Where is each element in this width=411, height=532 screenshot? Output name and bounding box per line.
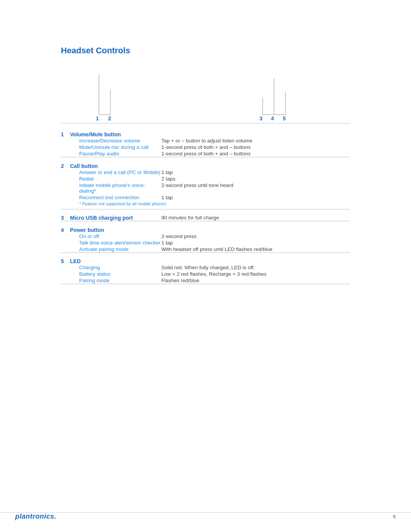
s2-label-1: Answer or end a call (PC or Mobile) — [70, 169, 161, 176]
section-2-item-1: Answer or end a call (PC or Mobile) 1 ta… — [61, 169, 350, 176]
diagram-svg: 1 2 3 4 5 — [61, 71, 350, 124]
section-1-item-3: Pause/Play audio 1-second press of both … — [61, 150, 350, 157]
s2-label-3: Initiate mobile phone's voice-dialing* — [70, 182, 161, 194]
svg-text:3: 3 — [260, 115, 263, 121]
section-2-item-4: Reconnect lost connection 1 tap — [61, 194, 350, 201]
s2-desc-2: 2 taps — [161, 176, 350, 182]
section-1-title: Volume/Mute button — [70, 126, 161, 137]
section-1-header: 1 Volume/Mute button — [61, 126, 350, 137]
s5-desc-3: Flashes red/blue — [161, 277, 350, 284]
diagram-container: 1 2 3 4 5 — [61, 71, 350, 124]
svg-text:2: 2 — [108, 115, 111, 121]
footer-logo: plantronics. — [15, 513, 56, 521]
s2-desc-3: 2-second press until tone heard — [161, 182, 350, 194]
section-3-title: Micro USB charging port — [70, 209, 161, 221]
section-5-item-1: Charging Solid red. When fully charged, … — [61, 264, 350, 271]
s4-desc-1: 2-second press — [161, 233, 350, 240]
s2-footnote: * Feature not supported by all mobile ph… — [70, 201, 350, 209]
controls-table: 1 Volume/Mute button Increase/Decrease v… — [61, 126, 350, 284]
section-4-header: 4 Power button — [61, 222, 350, 233]
section-2-head-desc — [161, 158, 350, 169]
section-4-item-2: Talk time voice alert/sensor checker 1 t… — [61, 240, 350, 246]
s5-desc-1: Solid red. When fully charged, LED is of… — [161, 264, 350, 271]
s1-desc-3: 1-second press of both + and – buttons — [161, 150, 350, 157]
section-3-head-desc: 90 minutes for full charge — [161, 209, 350, 221]
s2-label-4: Reconnect lost connection — [70, 194, 161, 201]
section-4-title: Power button — [70, 222, 161, 233]
content-area: Headset Controls 1 2 — [0, 0, 411, 315]
section-2-item-2: Redial 2 taps — [61, 176, 350, 182]
s1-desc-2: 1-second press of both + and – buttons — [161, 144, 350, 150]
s5-desc-2: Low = 2 red flashes, Recharge = 3 red fl… — [161, 271, 350, 277]
section-2-item-3: Initiate mobile phone's voice-dialing* 2… — [61, 182, 350, 194]
svg-text:1: 1 — [96, 115, 99, 121]
s1-desc-1: Tap + or – button to adjust listen volum… — [161, 137, 350, 144]
s4-label-3: Activate pairing mode — [70, 246, 161, 253]
s1-label-3: Pause/Play audio — [70, 150, 161, 157]
footer-page-number: 6 — [393, 514, 396, 519]
section-4-item-1: On or off 2-second press — [61, 233, 350, 240]
s4-desc-3: With headset off press until LED flashes… — [161, 246, 350, 253]
section-4-head-desc — [161, 222, 350, 233]
section-3-header: 3 Micro USB charging port 90 minutes for… — [61, 209, 350, 221]
s5-label-1: Charging — [70, 264, 161, 271]
s4-label-2: Talk time voice alert/sensor checker — [70, 240, 161, 246]
section-1-num: 1 — [61, 126, 70, 137]
section-2-num: 2 — [61, 158, 70, 169]
svg-text:4: 4 — [271, 115, 274, 121]
section-5-item-2: Battery status Low = 2 red flashes, Rech… — [61, 271, 350, 277]
s2-label-2: Redial — [70, 176, 161, 182]
section-1-item-1: Increase/Decrease volume Tap + or – butt… — [61, 137, 350, 144]
s2-desc-1: 1 tap — [161, 169, 350, 176]
section-1-item-2: Mute/Unmute mic during a call 1-second p… — [61, 144, 350, 150]
section-5-title: LED — [70, 253, 161, 264]
footer: plantronics. 6 — [0, 512, 411, 521]
svg-text:5: 5 — [283, 115, 286, 121]
section-2-footnote: * Feature not supported by all mobile ph… — [61, 201, 350, 209]
section-2-header: 2 Call button — [61, 158, 350, 169]
section-1-head-desc — [161, 126, 350, 137]
s5-label-3: Pairing mode — [70, 277, 161, 284]
page-title: Headset Controls — [61, 46, 350, 56]
section-5-head-desc — [161, 253, 350, 264]
section-4-num: 4 — [61, 222, 70, 233]
section-5-num: 5 — [61, 253, 70, 264]
s5-label-2: Battery status — [70, 271, 161, 277]
divider-5 — [61, 284, 350, 284]
section-5-item-3: Pairing mode Flashes red/blue — [61, 277, 350, 284]
section-4-item-3: Activate pairing mode With headset off p… — [61, 246, 350, 253]
section-3-num: 3 — [61, 209, 70, 221]
section-5-header: 5 LED — [61, 253, 350, 264]
s1-label-1: Increase/Decrease volume — [70, 137, 161, 144]
s4-label-1: On or off — [70, 233, 161, 240]
s2-desc-4: 1 tap — [161, 194, 350, 201]
s1-label-2: Mute/Unmute mic during a call — [70, 144, 161, 150]
section-2-title: Call button — [70, 158, 161, 169]
s4-desc-2: 1 tap — [161, 240, 350, 246]
page-wrapper: Headset Controls 1 2 — [0, 0, 411, 532]
